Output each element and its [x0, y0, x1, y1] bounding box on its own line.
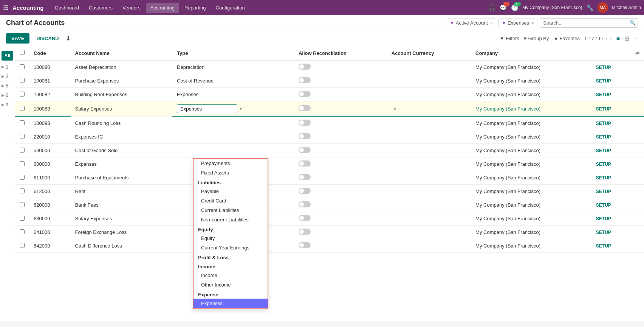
row-checkbox[interactable] — [20, 175, 25, 180]
next-page-icon[interactable]: › — [610, 36, 612, 42]
toggle-switch[interactable] — [299, 188, 311, 194]
search-input[interactable] — [540, 18, 638, 28]
row-checkbox[interactable] — [20, 148, 25, 153]
dropdown-item-payable[interactable]: Payable — [194, 187, 268, 196]
toggle-switch[interactable] — [299, 133, 311, 139]
group-icon: ≡ — [524, 36, 527, 41]
toggle-switch[interactable] — [299, 77, 311, 83]
name-cell[interactable]: Salary Expenses — [71, 101, 172, 117]
row-checkbox[interactable] — [20, 202, 25, 207]
dropdown-item-prepayments[interactable]: Prepayments — [194, 159, 268, 168]
toggle-switch[interactable] — [299, 215, 311, 221]
toggle-switch[interactable] — [299, 201, 311, 207]
sidebar-all[interactable]: All — [2, 51, 13, 61]
nav-item-vendors[interactable]: Vendors — [118, 3, 145, 13]
toggle-switch[interactable] — [299, 147, 311, 153]
activity-icon[interactable]: 🕐 46 — [511, 4, 519, 11]
dropdown-item-non-current-liabilities[interactable]: Non-current Liabilities — [194, 215, 268, 224]
support-icon[interactable]: 🎧 — [488, 4, 496, 12]
toggle-switch[interactable] — [299, 160, 311, 167]
card-view-icon[interactable]: ⊞ — [624, 35, 629, 42]
filters-control[interactable]: ▼ Filters — [500, 36, 519, 41]
row-checkbox[interactable] — [20, 188, 25, 193]
select-all-checkbox[interactable] — [20, 50, 25, 55]
search-icon[interactable]: 🔍 — [630, 20, 636, 26]
currency-dropdown-arrow[interactable]: ▼ — [393, 107, 397, 111]
toggle-switch[interactable] — [299, 91, 311, 97]
apps-icon[interactable]: ⊞ — [3, 3, 9, 12]
sidebar-item-6[interactable]: ▶ 6 — [0, 90, 15, 100]
favorites-control[interactable]: ★ Favorites — [554, 36, 580, 41]
row-checkbox[interactable] — [20, 120, 25, 125]
nav-item-dashboard[interactable]: Dashboard — [51, 3, 84, 13]
dropdown-item-depreciation[interactable]: Depreciation — [194, 308, 268, 309]
settings-icon[interactable]: 🔧 — [586, 4, 594, 11]
avatar[interactable]: MA — [598, 2, 608, 13]
nav-item-accounting[interactable]: Accounting — [146, 3, 179, 13]
nav-item-customers[interactable]: Customers — [84, 3, 117, 13]
code-cell: 100082 — [29, 88, 71, 101]
sidebar-item-9[interactable]: ▶ 9 — [0, 100, 15, 109]
toggle-switch[interactable] — [299, 120, 311, 126]
sidebar-item-1[interactable]: ▶ 1 — [0, 62, 15, 72]
prev-page-icon[interactable]: ‹ — [606, 36, 608, 42]
setup-button[interactable]: SETUP — [596, 134, 611, 140]
setup-button[interactable]: SETUP — [596, 243, 611, 249]
toggle-switch[interactable] — [299, 64, 311, 70]
setup-button[interactable]: SETUP — [596, 202, 611, 208]
row-checkbox[interactable] — [20, 134, 25, 139]
nav-item-reporting[interactable]: Reporting — [180, 3, 210, 13]
company-link[interactable]: My Company (San Francisco) — [475, 106, 540, 112]
sidebar-item-2[interactable]: ▶ 2 — [0, 72, 15, 81]
toggle-switch[interactable] — [299, 174, 311, 180]
currency-cell[interactable]: ▼ — [387, 101, 471, 117]
dropdown-arrow-icon[interactable]: ▼ — [239, 107, 243, 111]
row-checkbox[interactable] — [20, 64, 25, 69]
setup-button[interactable]: SETUP — [596, 92, 611, 97]
discard-button[interactable]: DISCARD — [33, 33, 62, 44]
row-checkbox[interactable] — [20, 216, 25, 221]
list-view-icon[interactable]: ≡ — [616, 35, 620, 42]
columns-adjust-icon[interactable]: ⇌ — [634, 36, 638, 41]
sidebar-item-5[interactable]: ▶ 5 — [0, 81, 15, 90]
chat-icon[interactable]: 💬 8 — [500, 4, 507, 11]
toggle-switch[interactable] — [299, 242, 311, 248]
nav-item-configuration[interactable]: Configuration — [211, 3, 249, 13]
setup-button[interactable]: SETUP — [596, 78, 611, 84]
dropdown-item-income[interactable]: Income — [194, 271, 268, 280]
setup-button[interactable]: SETUP — [596, 148, 611, 153]
type-input[interactable] — [177, 104, 237, 113]
dropdown-item-credit-card[interactable]: Credit Card — [194, 196, 268, 206]
dropdown-item-fixed-assets[interactable]: Fixed Assets — [194, 168, 268, 178]
setup-button[interactable]: SETUP — [596, 175, 611, 181]
dropdown-item-equity[interactable]: Equity — [194, 234, 268, 243]
setup-button[interactable]: SETUP — [596, 162, 611, 167]
dropdown-item-current-year-earnings[interactable]: Current Year Earnings — [194, 243, 268, 252]
row-checkbox[interactable] — [20, 229, 25, 234]
group-by-control[interactable]: ≡ Group By — [524, 36, 549, 41]
type-cell[interactable]: ▼ — [172, 101, 294, 117]
filter-tag-active-close[interactable]: × — [490, 20, 493, 26]
setup-button[interactable]: SETUP — [596, 189, 611, 194]
setup-button[interactable]: SETUP — [596, 106, 611, 112]
dropdown-item-other-income[interactable]: Other Income — [194, 280, 268, 290]
dropdown-item-expenses[interactable]: Expenses — [194, 299, 268, 308]
row-checkbox[interactable] — [20, 106, 25, 111]
toggle-switch[interactable] — [299, 105, 311, 111]
toggle-switch[interactable] — [299, 229, 311, 235]
row-checkbox[interactable] — [20, 161, 25, 166]
download-icon[interactable]: ⬇ — [66, 35, 71, 42]
dropdown-item-current-liabilities[interactable]: Current Liabilities — [194, 206, 268, 215]
row-checkbox[interactable] — [20, 78, 25, 83]
reconcile-cell — [294, 130, 387, 144]
save-button[interactable]: SAVE — [6, 33, 29, 44]
setup-button[interactable]: SETUP — [596, 121, 611, 126]
col-adjust-btn[interactable]: ⇌ — [635, 50, 639, 56]
type-dropdown[interactable]: Prepayments Fixed Assets Liabilities Pay… — [193, 158, 268, 309]
row-checkbox[interactable] — [20, 243, 25, 248]
row-checkbox[interactable] — [20, 92, 25, 97]
filter-tag-expenses-close[interactable]: × — [531, 20, 534, 26]
setup-button[interactable]: SETUP — [596, 230, 611, 235]
setup-button[interactable]: SETUP — [596, 65, 611, 70]
setup-button[interactable]: SETUP — [596, 216, 611, 221]
